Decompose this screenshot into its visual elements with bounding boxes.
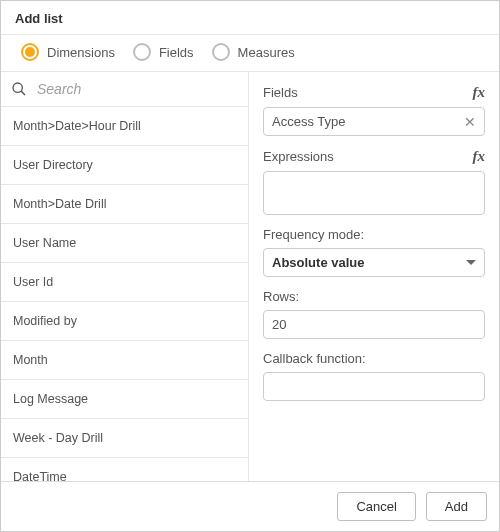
fields-label: Fields [263, 85, 298, 100]
fields-input[interactable]: Access Type ✕ [263, 107, 485, 136]
expressions-label: Expressions [263, 149, 334, 164]
frequency-select[interactable]: Absolute value [263, 248, 485, 277]
svg-line-1 [21, 91, 25, 95]
tab-measures[interactable]: Measures [212, 43, 295, 61]
list-item[interactable]: Month>Date>Hour Drill [1, 107, 248, 146]
callback-input[interactable] [263, 372, 485, 401]
content: Month>Date>Hour Drill User Directory Mon… [1, 71, 499, 481]
tab-bar: Dimensions Fields Measures [1, 35, 499, 71]
search-box[interactable] [1, 72, 248, 107]
tab-label: Measures [238, 45, 295, 60]
frequency-value: Absolute value [272, 255, 364, 270]
cancel-button[interactable]: Cancel [337, 492, 415, 521]
rows-input[interactable] [263, 310, 485, 339]
left-panel: Month>Date>Hour Drill User Directory Mon… [1, 72, 249, 481]
callback-label: Callback function: [263, 351, 485, 366]
chevron-down-icon [466, 260, 476, 265]
list-item[interactable]: Month>Date Drill [1, 185, 248, 224]
list-item[interactable]: User Directory [1, 146, 248, 185]
rows-section: Rows: [263, 289, 485, 339]
fields-section: Fields fx Access Type ✕ [263, 84, 485, 136]
rows-label: Rows: [263, 289, 485, 304]
svg-point-0 [13, 83, 22, 92]
list-item[interactable]: Month [1, 341, 248, 380]
fx-icon[interactable]: fx [473, 84, 486, 101]
dialog-footer: Cancel Add [1, 481, 499, 531]
frequency-section: Frequency mode: Absolute value [263, 227, 485, 277]
callback-section: Callback function: [263, 351, 485, 401]
radio-icon [133, 43, 151, 61]
list-item[interactable]: Week - Day Drill [1, 419, 248, 458]
tab-label: Fields [159, 45, 194, 60]
list-item[interactable]: User Id [1, 263, 248, 302]
search-icon [11, 81, 27, 97]
clear-icon[interactable]: ✕ [464, 115, 476, 129]
list-item[interactable]: User Name [1, 224, 248, 263]
fields-value: Access Type [272, 114, 345, 129]
tab-dimensions[interactable]: Dimensions [21, 43, 115, 61]
expressions-input[interactable] [263, 171, 485, 215]
expressions-section: Expressions fx [263, 148, 485, 215]
list-item[interactable]: DateTime [1, 458, 248, 481]
radio-icon [21, 43, 39, 61]
list-item[interactable]: Log Message [1, 380, 248, 419]
dialog-header: Add list [1, 1, 499, 34]
frequency-label: Frequency mode: [263, 227, 485, 242]
right-panel: Fields fx Access Type ✕ Expressions fx F… [249, 72, 499, 481]
tab-label: Dimensions [47, 45, 115, 60]
fx-icon[interactable]: fx [473, 148, 486, 165]
dimension-list: Month>Date>Hour Drill User Directory Mon… [1, 107, 248, 481]
list-item[interactable]: Modified by [1, 302, 248, 341]
add-button[interactable]: Add [426, 492, 487, 521]
radio-icon [212, 43, 230, 61]
tab-fields[interactable]: Fields [133, 43, 194, 61]
search-input[interactable] [35, 80, 238, 98]
dialog-title: Add list [15, 11, 485, 26]
